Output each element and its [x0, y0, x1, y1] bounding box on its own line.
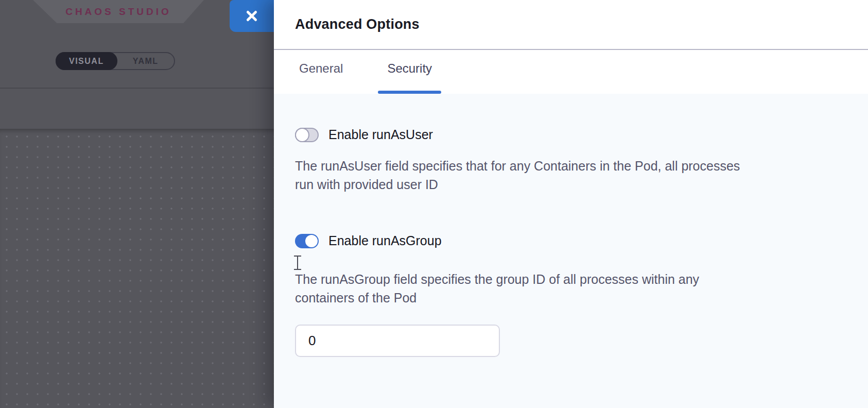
tab-bar: General Security: [274, 50, 868, 94]
yaml-tab[interactable]: YAML: [117, 53, 174, 69]
canvas-dot-grid: [0, 129, 274, 408]
run-as-user-toggle[interactable]: [295, 128, 319, 142]
tab-security[interactable]: Security: [378, 61, 441, 94]
advanced-options-drawer: Advanced Options General Security Enable…: [274, 0, 868, 408]
run-as-group-value-input[interactable]: [295, 325, 500, 357]
drawer-header: Advanced Options: [274, 0, 868, 50]
run-as-group-label: Enable runAsGroup: [328, 233, 442, 248]
close-button[interactable]: [230, 0, 274, 32]
tab-general-label: General: [299, 61, 343, 76]
toggle-knob: [295, 128, 309, 142]
drawer-title: Advanced Options: [295, 16, 420, 32]
tab-security-label: Security: [387, 61, 432, 76]
brand-banner-label: CHAOS STUDIO: [65, 6, 171, 18]
visual-tab-label: VISUAL: [69, 57, 104, 66]
brand-banner: CHAOS STUDIO: [33, 0, 204, 23]
run-as-user-row: Enable runAsUser: [295, 127, 843, 142]
canvas-toolbar-band: [0, 88, 274, 129]
visual-tab[interactable]: VISUAL: [56, 52, 117, 70]
run-as-user-description: The runAsUser field specifies that for a…: [295, 157, 800, 194]
security-tab-content: Enable runAsUser The runAsUser field spe…: [274, 94, 868, 408]
run-as-user-label: Enable runAsUser: [328, 127, 433, 142]
screen: CHAOS STUDIO VISUAL YAML Advanced Option…: [0, 0, 868, 408]
run-as-group-row: Enable runAsGroup: [295, 233, 843, 248]
close-icon: [245, 9, 258, 23]
run-as-group-toggle[interactable]: [295, 234, 319, 248]
yaml-tab-label: YAML: [133, 57, 159, 66]
drawer-backdrop[interactable]: CHAOS STUDIO VISUAL YAML: [0, 0, 274, 408]
run-as-group-description: The runAsGroup field specifies the group…: [295, 270, 800, 307]
text-cursor: [294, 256, 301, 270]
tab-general[interactable]: General: [290, 61, 352, 94]
toggle-knob: [305, 235, 318, 247]
visual-yaml-toggle: VISUAL YAML: [56, 52, 175, 70]
